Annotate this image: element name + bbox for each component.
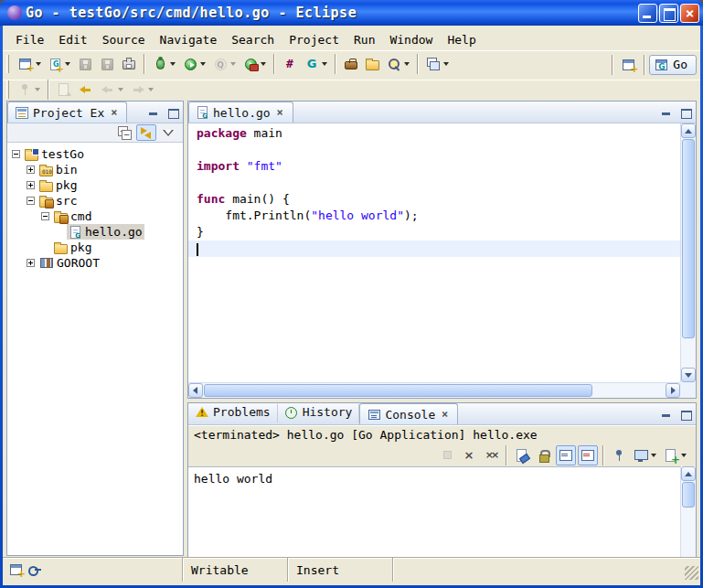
dropdown-arrow-icon[interactable] [443,62,449,66]
dropdown-arrow-icon[interactable] [651,454,656,457]
collapse-all-button[interactable] [114,124,134,141]
synchronize-button[interactable] [423,54,452,74]
menu-source[interactable]: Source [95,31,153,48]
dropdown-arrow-icon[interactable] [35,88,40,91]
open-console-button[interactable] [661,445,689,465]
code-line[interactable]: } [188,224,680,241]
scrollbar-thumb[interactable] [204,384,592,397]
code-line[interactable] [188,175,680,191]
dropdown-arrow-icon[interactable] [148,88,154,91]
scrollbar-thumb[interactable] [682,482,695,508]
maximize-view-button[interactable] [676,104,694,120]
menu-window[interactable]: Window [382,31,440,48]
debug-button[interactable] [150,54,178,74]
last-edit-location-button[interactable] [76,80,96,100]
tree-item-hello.go[interactable]: hello.go [7,224,183,240]
dropdown-arrow-icon[interactable] [230,62,236,66]
open-resource-button[interactable] [363,54,382,74]
menu-run[interactable]: Run [346,31,382,48]
back-button[interactable] [98,80,126,100]
pin-editor-button[interactable] [15,80,43,100]
menu-project[interactable]: Project [282,31,346,48]
expander-minus-icon[interactable] [12,150,20,158]
dropdown-arrow-icon[interactable] [681,454,687,457]
dropdown-arrow-icon[interactable] [322,62,327,66]
trim-status-icon[interactable] [27,562,42,577]
scroll-left-button[interactable] [188,383,203,398]
save-button[interactable] [75,54,95,74]
scroll-up-button[interactable] [681,123,696,138]
menu-file[interactable]: File [8,31,51,48]
code-line[interactable]: import "fmt" [188,158,680,175]
save-all-button[interactable] [97,54,117,74]
dropdown-arrow-icon[interactable] [118,88,123,91]
editor-horizontal-scrollbar[interactable] [188,382,680,398]
code-line[interactable] [188,142,680,158]
menu-help[interactable]: Help [440,31,483,48]
maximize-view-button[interactable] [676,406,694,422]
tree-item-bin[interactable]: bin [7,162,183,177]
code-line[interactable]: func main() { [188,191,680,208]
tree-item-testgo[interactable]: testGo [7,146,183,162]
scroll-down-button[interactable] [681,368,696,382]
close-tab-icon[interactable] [274,107,286,119]
close-tab-icon[interactable] [108,107,120,119]
view-menu-button[interactable] [158,124,178,141]
search-button[interactable] [384,54,412,74]
dropdown-arrow-icon[interactable] [200,62,206,66]
toolbar-grip[interactable] [6,80,9,99]
resize-grip[interactable] [685,566,698,580]
scroll-lock-button[interactable] [534,445,554,465]
previous-annotation-button[interactable] [54,80,74,100]
forward-button[interactable] [128,80,156,100]
toolbar-grip[interactable] [6,55,9,73]
pin-console-button[interactable] [609,445,629,465]
external-tools-button[interactable] [240,54,269,74]
clear-console-button[interactable] [512,445,532,465]
minimize-view-button[interactable] [657,406,675,422]
tree-item-goroot[interactable]: GOROOT [7,255,183,271]
tree-item-pkg[interactable]: pkg [7,240,183,255]
code-editor[interactable]: package mainimport "fmt"func main() { fm… [188,123,680,382]
dropdown-arrow-icon[interactable] [170,62,176,66]
tab-history[interactable]: History [278,401,360,422]
run-button[interactable] [180,54,208,74]
dropdown-arrow-icon[interactable] [261,62,266,66]
profile-button[interactable] [210,54,239,74]
scrollbar-thumb[interactable] [682,139,695,338]
show-stderr-button[interactable] [578,445,598,465]
code-line[interactable]: fmt.Println("hello world"); [188,208,680,224]
code-line[interactable]: package main [188,125,680,142]
new-wizard-button[interactable] [15,54,44,74]
menu-navigate[interactable]: Navigate [153,31,225,48]
titlebar[interactable]: Go - testGo/src/cmd/hello.go - Eclipse [0,0,703,26]
expander-plus-icon[interactable] [27,166,35,174]
tab-console[interactable]: Console [359,403,458,424]
go-menu-button[interactable] [302,54,330,74]
expander-minus-icon[interactable] [27,197,35,205]
new-go-element-button[interactable] [46,54,73,74]
open-perspective-button[interactable] [618,55,639,75]
editor-vertical-scrollbar[interactable] [680,123,696,382]
tree-item-cmd[interactable]: cmd [7,208,183,224]
remove-launch-button[interactable] [459,445,479,465]
dropdown-arrow-icon[interactable] [65,62,70,66]
eclipse-logo-icon[interactable] [7,5,22,20]
menu-search[interactable]: Search [224,31,282,48]
minimize-view-button[interactable] [657,104,675,120]
close-button[interactable] [680,4,699,23]
open-element-button[interactable] [341,54,361,74]
remove-all-launches-button[interactable] [481,445,501,465]
new-go-app-button[interactable] [280,54,300,74]
expander-minus-icon[interactable] [41,212,49,220]
code-line[interactable] [188,241,680,257]
link-with-editor-button[interactable] [136,124,156,141]
scroll-right-button[interactable] [666,383,680,398]
tab-project-explorer[interactable]: Project Ex [7,102,127,123]
go-perspective-button[interactable]: Go [649,55,697,75]
tab-problems[interactable]: Problems [188,401,278,422]
tree-item-pkg[interactable]: pkg [7,177,183,193]
scroll-up-button[interactable] [681,466,696,481]
expander-plus-icon[interactable] [27,259,35,267]
fast-view-icon[interactable] [10,564,22,575]
